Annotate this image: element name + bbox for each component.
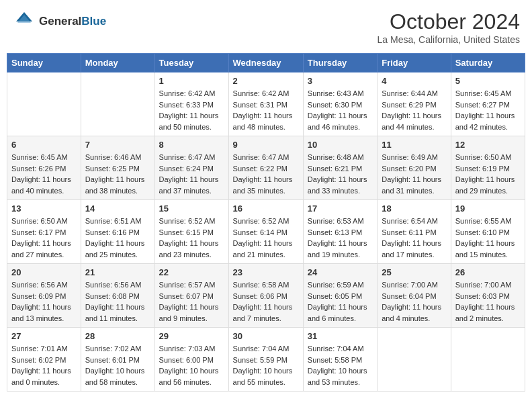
calendar-cell: 18 Sunrise: 6:54 AM Sunset: 6:11 PM Dayl… xyxy=(378,200,451,264)
day-number: 30 xyxy=(233,331,299,341)
daylight: Daylight: 11 hours and 11 minutes. xyxy=(85,303,145,322)
daylight: Daylight: 11 hours and 27 minutes. xyxy=(11,239,71,259)
day-number: 13 xyxy=(11,203,77,214)
calendar-cell xyxy=(451,328,525,392)
logo-text: General Blue xyxy=(39,15,106,28)
day-number: 14 xyxy=(85,203,150,214)
day-number: 18 xyxy=(382,203,446,214)
daylight: Daylight: 11 hours and 29 minutes. xyxy=(455,175,515,195)
sunrise: Sunrise: 6:59 AM xyxy=(308,281,364,289)
sunset: Sunset: 6:06 PM xyxy=(233,292,287,300)
day-info: Sunrise: 6:43 AM Sunset: 6:30 PM Dayligh… xyxy=(308,88,373,132)
day-number: 16 xyxy=(233,203,299,214)
sunrise: Sunrise: 7:01 AM xyxy=(11,345,68,353)
calendar-cell: 11 Sunrise: 6:49 AM Sunset: 6:20 PM Dayl… xyxy=(378,136,451,200)
day-number: 9 xyxy=(233,140,299,150)
day-number: 5 xyxy=(455,76,521,86)
sunset: Sunset: 6:20 PM xyxy=(382,165,436,173)
sunrise: Sunrise: 6:55 AM xyxy=(455,217,512,225)
calendar-cell: 30 Sunrise: 7:04 AM Sunset: 5:59 PM Dayl… xyxy=(228,328,303,392)
sunrise: Sunrise: 7:00 AM xyxy=(382,281,438,289)
daylight: Daylight: 10 hours and 58 minutes. xyxy=(85,367,145,386)
sunset: Sunset: 5:58 PM xyxy=(308,356,362,364)
day-number: 19 xyxy=(455,203,521,214)
calendar-cell: 20 Sunrise: 6:56 AM Sunset: 6:09 PM Dayl… xyxy=(7,264,81,328)
month-title: October 2024 xyxy=(378,9,520,34)
sunrise: Sunrise: 6:52 AM xyxy=(233,217,290,225)
day-number: 27 xyxy=(11,331,77,341)
calendar-cell: 16 Sunrise: 6:52 AM Sunset: 6:14 PM Dayl… xyxy=(228,200,303,264)
daylight: Daylight: 11 hours and 46 minutes. xyxy=(308,111,367,131)
daylight: Daylight: 11 hours and 15 minutes. xyxy=(455,239,515,259)
day-number: 4 xyxy=(382,76,446,86)
sunrise: Sunrise: 6:50 AM xyxy=(455,153,512,161)
calendar-cell: 19 Sunrise: 6:55 AM Sunset: 6:10 PM Dayl… xyxy=(451,200,525,264)
page-header: General Blue October 2024 La Mesa, Calif… xyxy=(7,7,525,48)
calendar-cell: 22 Sunrise: 6:57 AM Sunset: 6:07 PM Dayl… xyxy=(154,264,228,328)
day-number: 15 xyxy=(159,203,224,214)
calendar-cell xyxy=(81,73,154,136)
calendar-cell xyxy=(378,328,451,392)
calendar-cell: 9 Sunrise: 6:47 AM Sunset: 6:22 PM Dayli… xyxy=(228,136,303,200)
day-info: Sunrise: 6:49 AM Sunset: 6:20 PM Dayligh… xyxy=(382,152,446,196)
day-number: 7 xyxy=(85,140,150,150)
sunrise: Sunrise: 6:57 AM xyxy=(159,281,216,289)
sunset: Sunset: 6:29 PM xyxy=(382,101,436,109)
day-info: Sunrise: 6:44 AM Sunset: 6:29 PM Dayligh… xyxy=(382,88,446,132)
weekday-header: Sunday xyxy=(7,54,81,73)
sunset: Sunset: 6:02 PM xyxy=(11,356,66,364)
sunrise: Sunrise: 6:49 AM xyxy=(382,153,438,161)
weekday-header: Thursday xyxy=(303,54,377,73)
day-number: 10 xyxy=(308,140,373,150)
sunset: Sunset: 6:07 PM xyxy=(159,292,214,300)
sunset: Sunset: 6:09 PM xyxy=(11,292,66,300)
title-block: October 2024 La Mesa, California, United… xyxy=(378,9,520,45)
sunset: Sunset: 6:24 PM xyxy=(159,165,214,173)
sunrise: Sunrise: 6:51 AM xyxy=(85,217,142,225)
daylight: Daylight: 11 hours and 35 minutes. xyxy=(233,175,293,195)
daylight: Daylight: 10 hours and 53 minutes. xyxy=(308,367,367,386)
sunset: Sunset: 6:03 PM xyxy=(455,292,510,300)
day-number: 31 xyxy=(308,331,373,341)
sunrise: Sunrise: 6:45 AM xyxy=(455,89,512,97)
sunrise: Sunrise: 7:03 AM xyxy=(159,345,216,353)
calendar-cell: 2 Sunrise: 6:42 AM Sunset: 6:31 PM Dayli… xyxy=(228,73,303,136)
day-info: Sunrise: 6:50 AM Sunset: 6:19 PM Dayligh… xyxy=(455,152,521,196)
calendar-cell: 10 Sunrise: 6:48 AM Sunset: 6:21 PM Dayl… xyxy=(303,136,377,200)
day-info: Sunrise: 7:04 AM Sunset: 5:59 PM Dayligh… xyxy=(233,343,299,387)
calendar-cell: 29 Sunrise: 7:03 AM Sunset: 6:00 PM Dayl… xyxy=(154,328,228,392)
day-info: Sunrise: 6:57 AM Sunset: 6:07 PM Dayligh… xyxy=(159,279,224,324)
day-info: Sunrise: 7:02 AM Sunset: 6:01 PM Dayligh… xyxy=(85,343,150,387)
calendar-week-row: 6 Sunrise: 6:45 AM Sunset: 6:26 PM Dayli… xyxy=(7,136,525,200)
day-number: 3 xyxy=(308,76,373,86)
location: La Mesa, California, United States xyxy=(378,34,520,45)
sunrise: Sunrise: 6:43 AM xyxy=(308,89,364,97)
sunrise: Sunrise: 6:42 AM xyxy=(159,89,216,97)
sunset: Sunset: 6:10 PM xyxy=(455,228,510,236)
calendar-week-row: 27 Sunrise: 7:01 AM Sunset: 6:02 PM Dayl… xyxy=(7,328,525,392)
sunset: Sunset: 6:08 PM xyxy=(85,292,140,300)
daylight: Daylight: 11 hours and 17 minutes. xyxy=(382,239,441,259)
day-info: Sunrise: 6:59 AM Sunset: 6:05 PM Dayligh… xyxy=(308,279,373,324)
daylight: Daylight: 11 hours and 50 minutes. xyxy=(159,111,219,131)
sunrise: Sunrise: 6:56 AM xyxy=(85,281,142,289)
sunset: Sunset: 6:11 PM xyxy=(382,228,436,236)
sunset: Sunset: 6:19 PM xyxy=(455,165,510,173)
day-info: Sunrise: 6:46 AM Sunset: 6:25 PM Dayligh… xyxy=(85,152,150,196)
weekday-header: Tuesday xyxy=(154,54,228,73)
day-info: Sunrise: 6:47 AM Sunset: 6:24 PM Dayligh… xyxy=(159,152,224,196)
day-number: 20 xyxy=(11,267,77,277)
logo: General Blue xyxy=(12,9,106,34)
day-info: Sunrise: 6:52 AM Sunset: 6:15 PM Dayligh… xyxy=(159,216,224,260)
sunrise: Sunrise: 7:04 AM xyxy=(308,345,364,353)
daylight: Daylight: 11 hours and 13 minutes. xyxy=(11,303,71,322)
day-number: 11 xyxy=(382,140,446,150)
calendar-cell: 26 Sunrise: 7:00 AM Sunset: 6:03 PM Dayl… xyxy=(451,264,525,328)
calendar-cell: 31 Sunrise: 7:04 AM Sunset: 5:58 PM Dayl… xyxy=(303,328,377,392)
day-info: Sunrise: 6:54 AM Sunset: 6:11 PM Dayligh… xyxy=(382,216,446,260)
weekday-header: Monday xyxy=(81,54,154,73)
day-number: 21 xyxy=(85,267,150,277)
daylight: Daylight: 11 hours and 33 minutes. xyxy=(308,175,367,195)
sunrise: Sunrise: 6:42 AM xyxy=(233,89,290,97)
sunrise: Sunrise: 6:47 AM xyxy=(159,153,216,161)
